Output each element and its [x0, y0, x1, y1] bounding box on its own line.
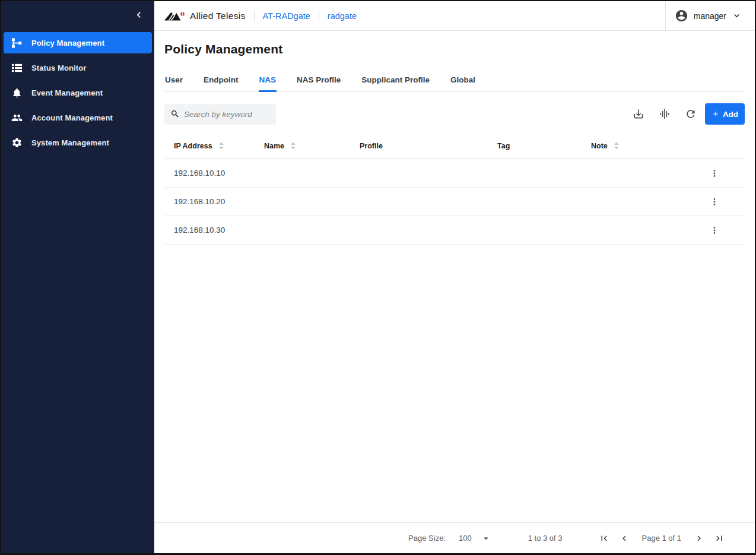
next-page-button[interactable] [693, 532, 705, 544]
last-page-button[interactable] [713, 532, 725, 544]
sidebar-item-label: System Management [31, 138, 109, 147]
table-row: 192.168.10.20 [164, 188, 745, 216]
tab-nas-profile[interactable]: NAS Profile [296, 70, 341, 91]
tab-user[interactable]: User [164, 70, 183, 91]
user-menu[interactable]: manager [665, 1, 755, 31]
sidebar-item-label: Status Monitor [31, 64, 86, 72]
content: Policy Management User Endpoint NAS NAS … [154, 31, 755, 522]
page-size-select[interactable]: 100 [459, 533, 491, 544]
sidebar-item-status-monitor[interactable]: Status Monitor [4, 57, 152, 78]
chevron-left-icon [133, 9, 145, 23]
download-button[interactable] [633, 108, 644, 120]
row-menu-button[interactable] [709, 225, 720, 236]
refresh-icon [685, 108, 697, 120]
refresh-button[interactable] [685, 108, 697, 120]
graphic-eq-icon [659, 108, 671, 120]
sidebar-collapse-button[interactable] [132, 9, 145, 23]
toolbar-actions: Add [618, 103, 745, 125]
topbar: Allied Telesis AT-RADgate radgate manage… [154, 1, 755, 31]
sidebar: Policy Management Status Monitor Event M… [1, 1, 154, 553]
column-label: IP Address [174, 142, 212, 150]
allied-telesis-logo-icon [164, 9, 186, 23]
tab-nas[interactable]: NAS [259, 70, 277, 91]
cell-ip-address: 192.168.10.20 [164, 197, 255, 206]
tab-endpoint[interactable]: Endpoint [203, 70, 239, 91]
first-page-icon [599, 533, 609, 544]
search-input[interactable] [184, 110, 270, 119]
table-row: 192.168.10.30 [164, 216, 745, 245]
column-header-profile: Profile [350, 142, 488, 150]
column-label: Name [264, 142, 284, 150]
search-icon [170, 109, 180, 119]
first-page-button[interactable] [598, 532, 610, 544]
column-label: Tag [497, 142, 510, 150]
cell-actions [699, 225, 745, 236]
topbar-divider [254, 11, 255, 21]
cell-ip-address: 192.168.10.10 [164, 169, 255, 177]
page-title: Policy Management [164, 42, 745, 56]
pagination-bar: Page Size: 100 1 to 3 of 3 Page 1 of 1 [154, 522, 755, 553]
gear-icon [11, 137, 23, 148]
policy-tree-icon [11, 37, 23, 49]
search-box [164, 104, 276, 125]
row-menu-button[interactable] [709, 196, 720, 207]
dropdown-caret-icon [481, 533, 491, 544]
row-range-text: 1 to 3 of 3 [528, 534, 563, 543]
kebab-menu-icon [709, 196, 720, 207]
sidebar-item-system-management[interactable]: System Management [4, 132, 152, 153]
cell-ip-address: 192.168.10.30 [164, 226, 255, 234]
previous-page-button[interactable] [618, 532, 630, 544]
app-window: Policy Management Status Monitor Event M… [0, 0, 756, 555]
sidebar-header [1, 1, 154, 31]
page-size-value: 100 [459, 534, 472, 543]
row-menu-button[interactable] [709, 168, 720, 179]
breadcrumb-at-radgate[interactable]: AT-RADgate [263, 11, 310, 21]
bell-icon [11, 87, 23, 99]
cell-actions [699, 196, 745, 207]
sidebar-item-label: Account Management [31, 113, 113, 122]
chevron-down-icon [732, 11, 742, 21]
main-area: Allied Telesis AT-RADgate radgate manage… [154, 1, 755, 553]
chevron-right-icon [694, 533, 704, 544]
table-toolbar: Add [164, 103, 745, 125]
table-row: 192.168.10.10 [164, 159, 745, 188]
sidebar-item-policy-management[interactable]: Policy Management [4, 32, 152, 53]
sidebar-item-label: Event Management [31, 88, 103, 97]
add-button[interactable]: Add [705, 103, 745, 125]
sidebar-item-event-management[interactable]: Event Management [4, 82, 152, 103]
breadcrumb-radgate[interactable]: radgate [328, 11, 357, 21]
sort-icon[interactable] [219, 142, 224, 150]
tab-supplicant-profile[interactable]: Supplicant Profile [361, 70, 430, 91]
add-button-label: Add [723, 110, 738, 119]
page-size-label: Page Size: [408, 534, 446, 543]
sidebar-nav: Policy Management Status Monitor Event M… [1, 31, 154, 157]
column-header-name[interactable]: Name [255, 142, 350, 150]
sidebar-item-account-management[interactable]: Account Management [4, 107, 152, 128]
last-page-icon [714, 533, 725, 544]
topbar-divider [319, 11, 319, 21]
column-label: Profile [360, 142, 383, 150]
sort-icon[interactable] [614, 142, 619, 150]
kebab-menu-icon [709, 168, 720, 179]
column-label: Note [591, 142, 608, 150]
list-icon [11, 62, 23, 74]
people-icon [11, 112, 23, 123]
sidebar-item-label: Policy Management [31, 39, 104, 47]
tab-bar: User Endpoint NAS NAS Profile Supplicant… [164, 70, 745, 92]
column-header-note[interactable]: Note [582, 142, 699, 150]
chevron-left-icon [619, 533, 630, 544]
column-header-ip-address[interactable]: IP Address [164, 142, 255, 150]
brand-name: Allied Telesis [190, 11, 246, 21]
brand: Allied Telesis [164, 9, 246, 23]
page-indicator-text: Page 1 of 1 [642, 534, 682, 543]
plus-icon [711, 110, 720, 118]
kebab-menu-icon [709, 225, 720, 236]
cell-actions [699, 168, 745, 179]
column-header-tag: Tag [488, 142, 582, 150]
download-icon [633, 108, 644, 120]
sort-icon[interactable] [291, 142, 296, 150]
tab-global[interactable]: Global [450, 70, 476, 91]
column-settings-button[interactable] [659, 108, 671, 120]
table-header-row: IP Address Name Profile Tag Note [164, 133, 745, 159]
user-name: manager [694, 11, 726, 21]
